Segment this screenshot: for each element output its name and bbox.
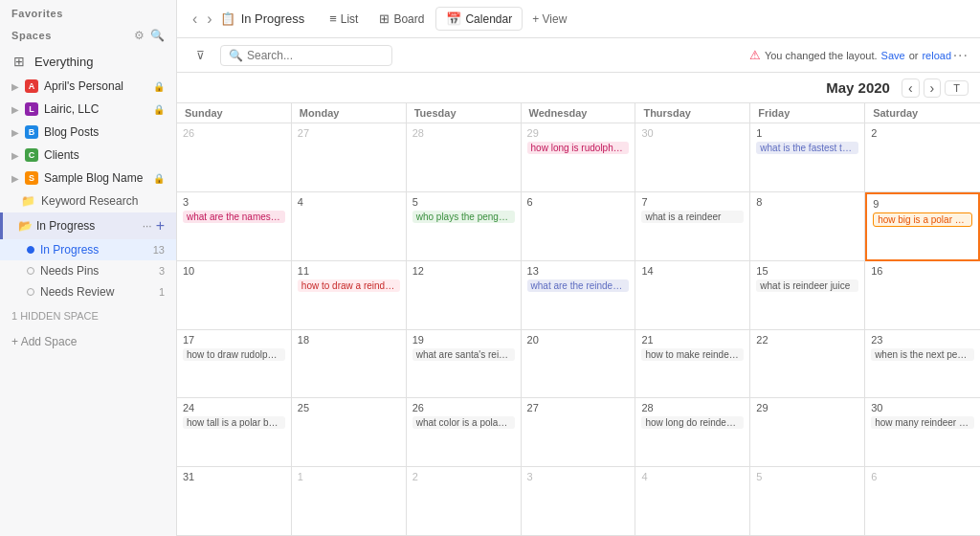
nav-forward-button[interactable]: › <box>203 9 215 30</box>
sidebar-space-item[interactable]: ▶ S Sample Blog Name 🔒 <box>0 167 176 190</box>
tab-calendar[interactable]: 📅Calendar <box>435 7 523 31</box>
calendar-event[interactable]: how many reindeer are there <box>871 416 974 429</box>
tab-view[interactable]: + View <box>524 9 574 30</box>
add-space-button[interactable]: + Add Space <box>0 329 176 354</box>
sidebar-space-item[interactable]: ▶ L Lairic, LLC 🔒 <box>0 98 176 121</box>
sidebar-space-item[interactable]: ▶ B Blog Posts <box>0 121 176 144</box>
tab-list[interactable]: ≡List <box>320 8 368 30</box>
day-number: 10 <box>183 265 285 277</box>
calendar-day-cell[interactable]: 6 <box>522 192 636 261</box>
calendar-day-cell[interactable]: 9how big is a polar bear <box>865 192 980 261</box>
spaces-actions[interactable]: ⚙ 🔍 <box>134 29 165 42</box>
list-dot-icon <box>27 288 34 296</box>
calendar-day-cell[interactable]: 13what are the reindeer names <box>522 261 636 330</box>
calendar-day-cell[interactable]: 3what are the names of santa <box>177 192 292 261</box>
calendar-day-cell[interactable]: 18 <box>292 330 407 399</box>
nav-back-button[interactable]: ‹ <box>189 9 201 30</box>
space-color-icon: C <box>25 148 38 162</box>
calendar-day-cell[interactable]: 22 <box>750 330 865 399</box>
space-list: ▶ A April's Personal 🔒 ▶ L Lairic, LLC 🔒… <box>0 75 176 302</box>
calendar-event[interactable]: how to draw rudolph the red <box>183 348 285 361</box>
calendar-day-cell[interactable]: 2 <box>865 123 980 192</box>
reload-link[interactable]: reload <box>922 50 951 61</box>
calendar-day-cell[interactable]: 8 <box>750 192 865 261</box>
calendar-day-cell[interactable]: 4 <box>292 192 407 261</box>
day-number: 26 <box>183 127 285 139</box>
calendar-day-cell[interactable]: 24how tall is a polar bear on its <box>177 398 292 467</box>
calendar-event[interactable]: how big is a polar bear <box>873 212 972 227</box>
calendar-event[interactable]: what is the fastest type of pe <box>756 142 858 154</box>
calendar-event[interactable]: how to make reindeer dust <box>641 348 744 361</box>
in-progress-list-item[interactable]: 📂 In Progress ··· + <box>0 212 176 239</box>
calendar-day-cell[interactable]: 27 <box>522 398 636 467</box>
calendar-day-cell[interactable]: 14 <box>635 261 750 330</box>
calendar-day-cell[interactable]: 25 <box>292 398 407 467</box>
tab-icon-board: ⊞ <box>379 11 390 26</box>
add-icon[interactable]: + <box>156 217 165 234</box>
calendar-event[interactable]: how long do reindeer livo <box>641 416 744 429</box>
calendar-day-cell[interactable]: 23when is the next penguin gar <box>865 330 980 399</box>
save-link[interactable]: Save <box>881 50 905 61</box>
sub-list-item[interactable]: Needs Review 1 <box>0 281 176 302</box>
sidebar-space-item[interactable]: ▶ C Clients <box>0 144 176 167</box>
sub-item-count: 1 <box>159 286 165 298</box>
calendar-day-cell[interactable]: 29 <box>750 398 865 467</box>
calendar-event[interactable]: what are santa's reindeer nam <box>412 348 515 361</box>
calendar-day-cell[interactable]: 31 <box>177 467 292 536</box>
filter-button[interactable]: ⊽ <box>189 46 212 65</box>
search-icon[interactable]: 🔍 <box>150 29 165 42</box>
calendar-day-cell[interactable]: 10 <box>177 261 292 330</box>
calendar-day-cell[interactable]: 12 <box>407 261 522 330</box>
search-input[interactable] <box>247 49 381 62</box>
in-progress-actions[interactable]: ··· + <box>143 217 165 234</box>
calendar-event[interactable]: what are the reindeer names <box>527 279 630 292</box>
calendar-day-cell[interactable]: 19what are santa's reindeer nam <box>407 330 522 399</box>
tab-board[interactable]: ⊞Board <box>369 8 434 30</box>
sub-list-item[interactable]: Needs Pins 3 <box>0 260 176 281</box>
calendar-day-cell[interactable]: 29how long is rudolph the red r <box>522 123 636 192</box>
calendar-event[interactable]: what color is a polar bear <box>412 416 515 429</box>
calendar-today-button[interactable]: T <box>945 80 969 96</box>
keyword-research-item[interactable]: 📁Keyword Research <box>0 190 176 212</box>
calendar-day-cell[interactable]: 27 <box>292 123 407 192</box>
calendar-day-cell[interactable]: 5 <box>750 467 865 536</box>
calendar-day-cell[interactable]: 30 <box>635 123 750 192</box>
calendar-event[interactable]: what is reindeer juice <box>756 279 858 292</box>
sub-item-label: In Progress <box>40 243 99 257</box>
calendar-event[interactable]: how long is rudolph the red r <box>527 142 630 154</box>
calendar-day-cell[interactable]: 2 <box>407 467 522 536</box>
calendar-day-cell[interactable]: 30how many reindeer are there <box>865 398 980 467</box>
calendar-day-cell[interactable]: 21how to make reindeer dust <box>635 330 750 399</box>
calendar-day-cell[interactable]: 1 <box>292 467 407 536</box>
sub-list-item[interactable]: In Progress 13 <box>0 239 176 260</box>
toolbar-more-button[interactable]: ··· <box>953 47 969 64</box>
calendar-day-cell[interactable]: 26 <box>177 123 292 192</box>
calendar-next-button[interactable]: › <box>924 78 942 98</box>
calendar-day-cell[interactable]: 1what is the fastest type of pe <box>750 123 865 192</box>
calendar-day-cell[interactable]: 3 <box>522 467 636 536</box>
calendar-day-cell[interactable]: 20 <box>522 330 636 399</box>
calendar-prev-button[interactable]: ‹ <box>902 78 920 98</box>
calendar-day-cell[interactable]: 4 <box>635 467 750 536</box>
everything-row[interactable]: ⊞ Everything <box>0 48 176 75</box>
calendar-event[interactable]: what are the names of santa <box>183 211 285 223</box>
sidebar-space-item[interactable]: ▶ A April's Personal 🔒 <box>0 75 176 98</box>
calendar-day-cell[interactable]: 16 <box>865 261 980 330</box>
calendar-event[interactable]: when is the next penguin gar <box>871 348 974 361</box>
filter-icon: ⊽ <box>196 49 205 62</box>
calendar-day-cell[interactable]: 17how to draw rudolph the red <box>177 330 292 399</box>
calendar-day-cell[interactable]: 6 <box>865 467 980 536</box>
calendar-day-cell[interactable]: 5who plays the penguin in go <box>407 192 522 261</box>
calendar-day-cell[interactable]: 28 <box>407 123 522 192</box>
calendar-day-cell[interactable]: 26what color is a polar bear <box>407 398 522 467</box>
calendar-event[interactable]: what is a reindeer <box>641 211 744 223</box>
calendar-day-cell[interactable]: 28how long do reindeer livo <box>635 398 750 467</box>
calendar-day-cell[interactable]: 11how to draw a reindeer face <box>292 261 407 330</box>
calendar-day-cell[interactable]: 15what is reindeer juice <box>750 261 865 330</box>
gear-icon[interactable]: ⚙ <box>134 29 145 42</box>
calendar-event[interactable]: how tall is a polar bear on its <box>183 416 285 429</box>
calendar-day-cell[interactable]: 7what is a reindeer <box>635 192 750 261</box>
calendar-event[interactable]: who plays the penguin in go <box>412 211 515 223</box>
more-dots-icon[interactable]: ··· <box>143 219 152 233</box>
calendar-event[interactable]: how to draw a reindeer face <box>298 279 400 292</box>
